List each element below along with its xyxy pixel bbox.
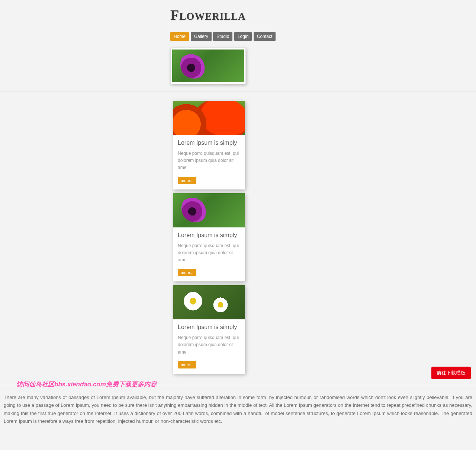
card-desc: Neque porro quisquam est, qui dolorem ip… xyxy=(178,334,241,356)
card-desc: Neque porro quisquam est, qui dolorem ip… xyxy=(178,150,241,172)
more-button[interactable]: more... xyxy=(178,269,196,276)
hero-image-frame xyxy=(170,48,246,84)
nav-home[interactable]: Home xyxy=(170,32,189,41)
card: Lorem Ipsum is simply Neque porro quisqu… xyxy=(173,285,245,374)
nav-gallery[interactable]: Gallery xyxy=(191,32,212,41)
card-title: Lorem Ipsum is simply xyxy=(178,232,241,239)
card: Lorem Ipsum is simply Neque porro quisqu… xyxy=(173,193,245,282)
footer-paragraph: There are many variations of passages of… xyxy=(0,385,476,433)
nav-contact[interactable]: Contact xyxy=(254,32,276,41)
nav-studio[interactable]: Studio xyxy=(213,32,232,41)
card-desc: Neque porro quisquam est, qui dolorem ip… xyxy=(178,242,241,264)
card-image xyxy=(173,193,245,227)
card-image xyxy=(173,285,245,319)
main-nav: Home Gallery Studio Login Contact xyxy=(170,32,419,41)
hero-flower-image xyxy=(172,50,244,82)
download-template-button[interactable]: 前往下载模板 xyxy=(431,367,471,379)
card-title: Lorem Ipsum is simply xyxy=(178,324,241,331)
card-title: Lorem Ipsum is simply xyxy=(178,140,241,146)
card: Lorem Ipsum is simply Neque porro quisqu… xyxy=(173,101,245,189)
card-image xyxy=(173,101,245,135)
card-list: Lorem Ipsum is simply Neque porro quisqu… xyxy=(170,92,419,374)
site-title: Flowerilla xyxy=(170,7,419,23)
more-button[interactable]: more... xyxy=(178,177,196,184)
more-button[interactable]: more... xyxy=(178,361,196,368)
nav-login[interactable]: Login xyxy=(234,32,252,41)
